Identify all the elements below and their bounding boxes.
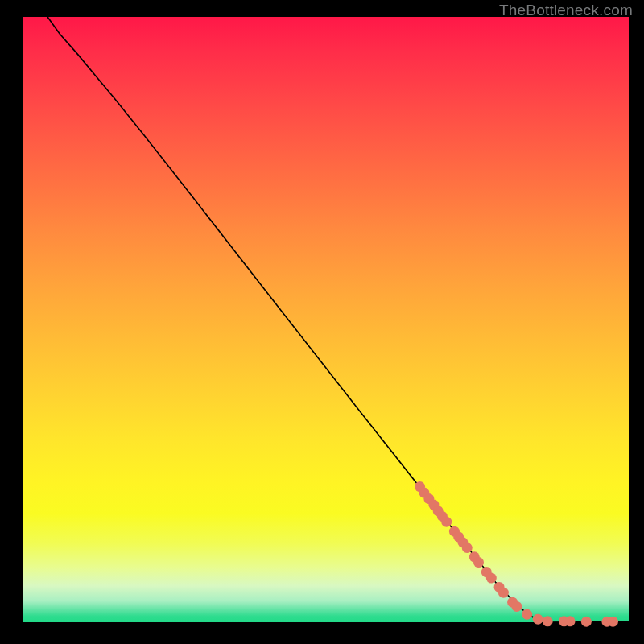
data-point: [441, 517, 452, 527]
data-point: [511, 601, 522, 612]
chart-points: [415, 481, 618, 627]
data-point: [462, 543, 473, 553]
data-point: [486, 573, 497, 584]
chart-curve: [47, 17, 629, 621]
chart-stage: TheBottleneck.com: [0, 0, 644, 644]
data-point: [533, 614, 543, 625]
data-point: [473, 557, 484, 568]
data-point: [522, 609, 532, 620]
data-point: [543, 616, 553, 626]
plot-area: [23, 17, 629, 622]
data-point: [581, 617, 592, 627]
data-point: [498, 588, 509, 598]
chart-overlay: [23, 17, 629, 622]
data-point: [565, 616, 576, 626]
data-point: [608, 617, 618, 627]
